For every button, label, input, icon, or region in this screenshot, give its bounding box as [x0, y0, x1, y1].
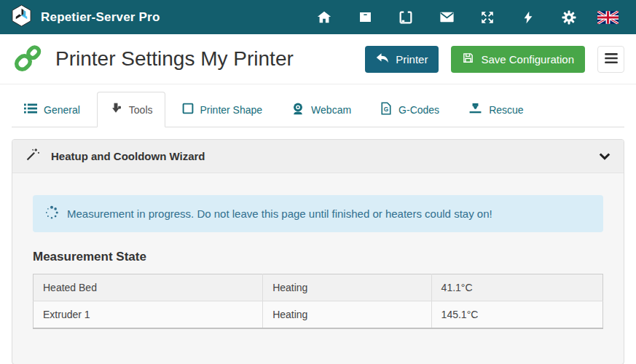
panel-title: Heatup and Cooldown Wizard	[51, 150, 205, 162]
heater-temp-cell: 145.1°C	[431, 301, 602, 329]
svg-text:G: G	[384, 106, 388, 113]
rescue-icon	[468, 102, 482, 117]
magic-wand-icon	[25, 148, 39, 165]
printer-box-icon[interactable]	[345, 9, 385, 25]
page-header: Printer Settings My Printer Printer Save…	[0, 34, 636, 84]
gcode-file-icon: G	[380, 102, 392, 117]
tab-label: Webcam	[311, 104, 351, 116]
table-row: Heated Bed Heating 41.1°C	[34, 274, 603, 301]
expand-icon[interactable]	[467, 9, 508, 25]
tabs-bar: General Tools Printer Shape	[0, 84, 636, 127]
wizard-panel: Heatup and Cooldown Wizard	[12, 139, 624, 364]
page-title: Printer Settings My Printer	[55, 47, 294, 71]
tab-tools[interactable]: Tools	[97, 92, 165, 127]
printer-button-label: Printer	[396, 53, 428, 66]
tab-label: Tools	[129, 104, 153, 116]
list-icon	[24, 103, 37, 116]
save-icon	[462, 52, 474, 66]
language-flag-uk-icon[interactable]	[589, 11, 626, 24]
measurement-progress-alert: Measurement in progress. Do not leave th…	[33, 195, 603, 232]
menu-button[interactable]	[597, 46, 624, 73]
gear-icon[interactable]	[549, 9, 589, 25]
save-button-label: Save Configuration	[481, 53, 574, 66]
tab-general[interactable]: General	[12, 92, 93, 127]
alert-text: Measurement in progress. Do not leave th…	[67, 207, 492, 220]
mail-icon[interactable]	[426, 9, 467, 25]
square-icon	[182, 103, 194, 116]
link-icon	[12, 41, 45, 77]
save-configuration-button[interactable]: Save Configuration	[451, 46, 585, 73]
app-title: Repetier-Server Pro	[41, 10, 160, 25]
wizard-panel-header[interactable]: Heatup and Cooldown Wizard	[12, 140, 624, 173]
tab-gcodes[interactable]: G G-Codes	[368, 92, 452, 127]
extruder-icon	[109, 102, 122, 117]
bolt-icon[interactable]	[508, 9, 549, 25]
heater-name-cell: Heated Bed	[34, 274, 263, 301]
touchscreen-icon[interactable]	[385, 9, 426, 25]
tab-label: G-Codes	[399, 104, 439, 116]
top-navbar: Repetier-Server Pro	[0, 0, 636, 34]
navbar-icons	[304, 9, 626, 25]
content-area: Heatup and Cooldown Wizard	[0, 127, 636, 364]
header-actions: Printer Save Configuration	[365, 46, 624, 73]
tab-webcam[interactable]: Webcam	[279, 92, 364, 127]
tab-label: General	[44, 104, 80, 116]
measurement-state-heading: Measurement State	[33, 250, 603, 264]
home-icon[interactable]	[304, 9, 345, 25]
tab-printer-shape[interactable]: Printer Shape	[170, 92, 275, 127]
spinner-icon	[44, 205, 59, 222]
tab-rescue[interactable]: Rescue	[456, 92, 535, 127]
table-row: Extruder 1 Heating 145.1°C	[34, 301, 603, 329]
tab-label: Rescue	[489, 104, 523, 116]
heater-state-cell: Heating	[263, 274, 431, 301]
back-arrow-icon	[376, 52, 389, 66]
repetier-logo-icon	[10, 4, 33, 30]
hamburger-icon	[605, 53, 618, 66]
wizard-panel-body: Measurement in progress. Do not leave th…	[12, 173, 624, 364]
measurement-state-table: Heated Bed Heating 41.1°C Extruder 1 Hea…	[33, 274, 603, 329]
chevron-down-icon	[599, 152, 611, 161]
brand[interactable]: Repetier-Server Pro	[10, 4, 160, 30]
printer-button[interactable]: Printer	[365, 46, 439, 73]
heater-state-cell: Heating	[263, 301, 431, 329]
webcam-icon	[291, 102, 305, 117]
heater-name-cell: Extruder 1	[34, 301, 263, 329]
tab-label: Printer Shape	[200, 104, 263, 116]
heater-temp-cell: 41.1°C	[431, 274, 602, 301]
